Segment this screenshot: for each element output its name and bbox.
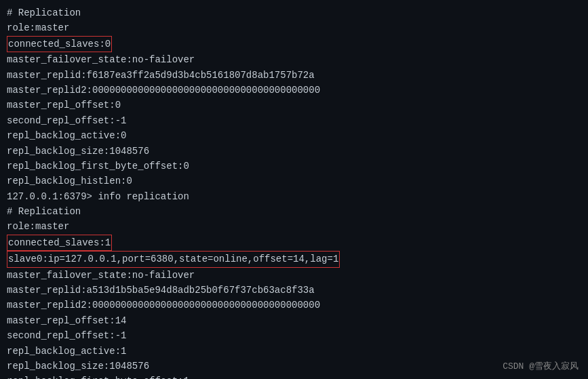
highlighted-text: connected_slaves:0 <box>7 36 112 52</box>
watermark: CSDN @雪夜入寂风 <box>503 360 579 372</box>
terminal-line: master_replid2:0000000000000000000000000… <box>7 83 581 98</box>
terminal-line: repl_backlog_first_byte_offset:0 <box>7 159 581 174</box>
terminal-line: master_replid2:0000000000000000000000000… <box>7 298 581 313</box>
terminal-line: repl_backlog_histlen:0 <box>7 174 581 188</box>
terminal-line: master_replid:f6187ea3ff2a5d9d3b4cb51618… <box>7 68 581 83</box>
terminal-line: second_repl_offset:-1 <box>7 328 581 343</box>
terminal-line: # Replication <box>7 204 581 219</box>
terminal-line: master_failover_state:no-failover <box>7 52 581 67</box>
terminal-line: repl_backlog_active:0 <box>7 128 581 143</box>
terminal-line: connected_slaves:0 <box>7 36 581 52</box>
terminal-line: master_repl_offset:14 <box>7 313 581 328</box>
terminal-line: second_repl_offset:-1 <box>7 113 581 128</box>
terminal: # Replicationrole:masterconnected_slaves… <box>0 0 588 379</box>
terminal-line: role:master <box>7 20 581 35</box>
highlighted-text: slave0:ip=127.0.0.1,port=6380,state=onli… <box>7 251 340 267</box>
terminal-line: slave0:ip=127.0.0.1,port=6380,state=onli… <box>7 251 581 267</box>
highlighted-text: connected_slaves:1 <box>7 235 112 251</box>
terminal-line: role:master <box>7 219 581 234</box>
terminal-line: master_failover_state:no-failover <box>7 268 581 283</box>
terminal-line: repl_backlog_first_byte_offset:1 <box>7 374 581 379</box>
terminal-line: connected_slaves:1 <box>7 235 581 251</box>
terminal-line: repl_backlog_size:1048576 <box>7 144 581 159</box>
terminal-line: # Replication <box>7 5 581 20</box>
terminal-line: repl_backlog_size:1048576 <box>7 359 581 374</box>
terminal-line: repl_backlog_active:1 <box>7 344 581 359</box>
terminal-line: master_repl_offset:0 <box>7 98 581 113</box>
terminal-line: 127.0.0.1:6379> info replication <box>7 189 581 204</box>
terminal-line: master_replid:a513d1b5ba5e94d8adb25b0f67… <box>7 283 581 298</box>
